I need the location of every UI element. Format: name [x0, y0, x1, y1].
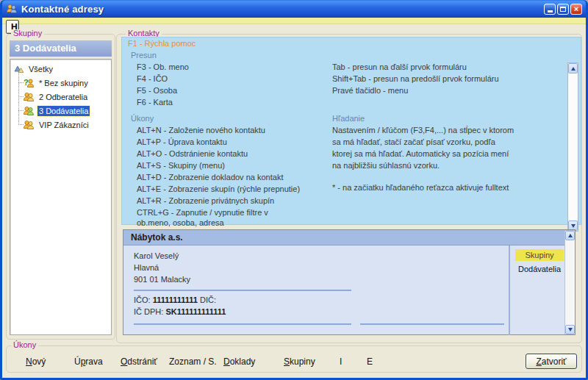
edit-button[interactable]: Úprava	[74, 356, 103, 368]
tree-item-label: 3 Dodávatelia	[37, 106, 90, 116]
app-icon	[6, 3, 18, 15]
contact-company-header: Nábytok a.s.	[123, 230, 575, 245]
contact-person: Karol Veselý	[134, 251, 179, 260]
quick-help-panel: F1 - Rýchla pomoc Presun F3 - Ob. meno F…	[121, 37, 581, 225]
arrow-down-icon	[568, 328, 573, 331]
help-line: sa má hľadať, stačí začať písať vzorku, …	[332, 137, 495, 146]
tree-item-bez-skupiny[interactable]: ? * Bez skupiny	[10, 76, 90, 90]
e-button[interactable]: E	[367, 356, 373, 368]
divider	[360, 323, 504, 325]
i-button[interactable]: I	[340, 356, 342, 368]
contact-ico-line: IČO: 11111111111 DIČ:	[134, 295, 216, 304]
groups-badge[interactable]: Skupiny	[515, 249, 564, 261]
help-line: ALT+S - Skupiny (menu)	[137, 161, 225, 170]
help-title: F1 - Rýchla pomoc	[128, 39, 196, 48]
help-line: Nastavením / kľúčom (F3,F4,...) na stĺpe…	[332, 126, 514, 135]
tree-item-odberatelia[interactable]: 2 Odberatelia	[10, 90, 89, 104]
new-button[interactable]: Nový	[26, 356, 46, 368]
tree-item-dodavatelia[interactable]: 3 Dodávatelia	[10, 104, 90, 118]
maximize-button[interactable]	[557, 4, 569, 15]
minimize-icon	[548, 10, 553, 12]
help-line: ob.meno, osoba, adresa	[137, 218, 224, 227]
help-line: Shift+Tab - presun na predošlí prvok for…	[332, 74, 499, 83]
all-groups-icon	[12, 63, 24, 75]
help-line: Tab - presun na ďalší prvok formuláru	[332, 62, 467, 71]
contact-detail-panel: Nábytok a.s. Karol Veselý Hlavná 901 01 …	[123, 229, 576, 335]
divider	[134, 290, 351, 291]
help-line: ALT+E - Zobrazenie skupín (rýchle prepnu…	[137, 184, 300, 193]
contact-group-value: Dodávatelia	[508, 265, 571, 273]
group-icon	[23, 119, 35, 131]
app-window: Kontaktné adresy × H Skupiny 3 Dodávatel…	[0, 0, 588, 380]
contact-street: Hlavná	[134, 263, 159, 272]
help-line: ALT+R - Zobrazenie privátnych skupín	[137, 196, 274, 205]
help-line: F4 - IČO	[137, 74, 168, 83]
delete-button[interactable]: Odstrániť	[121, 356, 157, 368]
documents-button[interactable]: Doklady	[223, 356, 255, 368]
icdph-label: IČ DPH:	[134, 307, 163, 316]
contact-city: 901 01 Malacky	[134, 275, 190, 284]
dic-label: DIČ:	[200, 295, 216, 304]
help-line: ALT+O - Odstránienie kontaktu	[137, 149, 248, 158]
help-line: Pravé tlačidlo - menu	[332, 86, 408, 95]
ico-value: 11111111111	[153, 295, 198, 304]
ico-label: IČO:	[134, 295, 151, 304]
help-line: na najbližšiu súhlasnú vzorku.	[332, 161, 440, 170]
window-title: Kontaktné adresy	[21, 4, 104, 15]
help-line: F3 - Ob. meno	[137, 62, 189, 71]
help-fulltext-note: * - na začiatku hľadaného reťazca aktivu…	[332, 183, 509, 192]
tree-item-label: Všetky	[27, 64, 54, 74]
help-line: ALT+P - Úprava kontaktu	[137, 137, 227, 146]
help-line: F6 - Karta	[137, 98, 173, 107]
notice-strip	[2, 18, 586, 24]
close-icon: ×	[574, 5, 578, 13]
help-section-hladanie: Hľadanie	[332, 114, 365, 123]
help-line: ktorej sa má hľadať. Automaticky sa pozí…	[332, 149, 509, 158]
no-group-icon: ?	[23, 77, 35, 89]
contact-icdph-line: IČ DPH: SK111111111111	[134, 307, 226, 316]
divider	[509, 245, 510, 335]
contact-scrollbar[interactable]	[564, 231, 575, 334]
groups-groupbox-label: Skupiny	[11, 29, 44, 37]
arrow-up-icon	[571, 67, 576, 71]
group-icon	[23, 105, 35, 117]
tree-item-label: VIP Zákazníci	[37, 120, 90, 130]
group-icon	[23, 91, 35, 103]
maximize-icon	[560, 7, 566, 12]
close-button[interactable]: ×	[570, 4, 582, 15]
groups-button[interactable]: Skupiny	[284, 356, 315, 368]
help-section-presun: Presun	[131, 51, 157, 60]
scroll-up-button[interactable]	[568, 63, 578, 74]
selected-group-header: 3 Dodávatelia	[10, 40, 112, 57]
titlebar: Kontaktné adresy ×	[2, 0, 586, 18]
close-window-button[interactable]: Zatvoriť	[526, 354, 577, 369]
tree-item-vsetky[interactable]: Všetky	[10, 62, 54, 76]
help-section-ukony: Úkony	[131, 114, 154, 123]
list-button[interactable]: Zoznam / S.	[169, 356, 217, 368]
help-scrollbar[interactable]	[567, 62, 578, 232]
tree-item-label: * Bez skupiny	[37, 78, 90, 88]
tree-item-vip-zakaznici[interactable]: VIP Zákazníci	[10, 118, 90, 132]
help-line: ALT+D - Zobrazenie dokladov na kontakt	[137, 173, 283, 182]
arrow-up-icon	[568, 234, 573, 237]
arrow-down-icon	[571, 224, 576, 228]
tree-item-label: 2 Odberatelia	[37, 92, 89, 102]
help-line: F5 - Osoba	[137, 86, 177, 95]
scroll-down-button[interactable]	[565, 325, 575, 334]
divider	[134, 323, 351, 325]
groups-tree: Všetky ? * Bez skupiny 2 Odberatelia	[10, 59, 112, 335]
help-line: ALT+N - Založenie nového kontaktu	[137, 126, 265, 135]
help-line: CTRL+G - Zapnutie / vypnutie filtre v	[137, 208, 268, 217]
minimize-button[interactable]	[544, 4, 556, 15]
actions-groupbox-label: Úkony	[11, 341, 38, 349]
scroll-up-button[interactable]	[565, 231, 575, 240]
window-client-area: H Skupiny 3 Dodávatelia Všetky	[2, 18, 586, 378]
icdph-value: SK111111111111	[165, 307, 226, 316]
svg-text:?: ?	[24, 78, 29, 87]
